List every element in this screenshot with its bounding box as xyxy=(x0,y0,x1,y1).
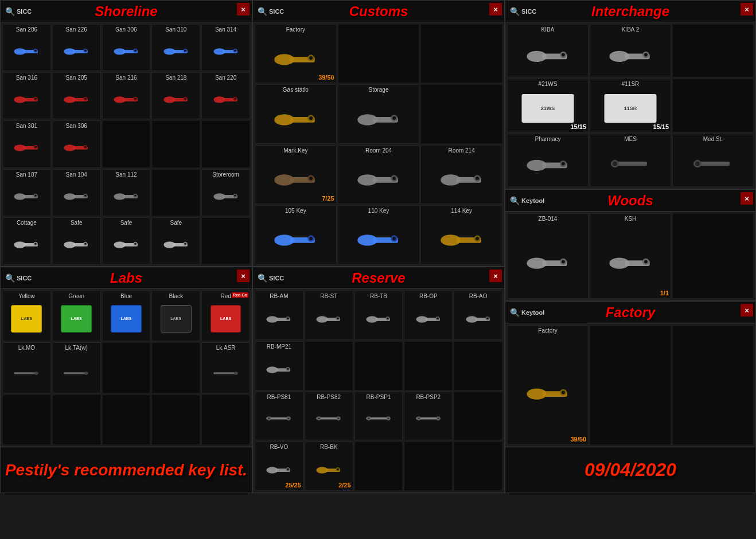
empty-cell xyxy=(454,392,502,441)
empty-cell xyxy=(420,84,502,143)
empty-cell xyxy=(201,120,250,167)
interchange-header: 🔍 SICC Interchange × xyxy=(505,1,755,22)
svg-point-199 xyxy=(337,468,338,470)
interchange-panel: 🔍 SICC Interchange × KIBA KIBA 2 #21WS 2… xyxy=(505,0,756,189)
list-item[interactable]: RB-BK 2/25 xyxy=(305,442,353,491)
labs-close-button[interactable]: × xyxy=(237,270,250,282)
list-item[interactable]: San 220 xyxy=(201,72,250,119)
list-item[interactable]: San 301 xyxy=(2,120,51,167)
list-item[interactable]: RB-AO xyxy=(454,291,502,340)
svg-rect-144 xyxy=(64,372,88,374)
list-item[interactable]: RB-TB xyxy=(354,291,403,340)
list-item[interactable]: RB-AM xyxy=(255,291,303,340)
list-item[interactable]: MES xyxy=(590,134,671,187)
list-item[interactable]: Safe xyxy=(52,217,101,264)
list-item[interactable]: Lk.TA(w) xyxy=(52,342,101,393)
list-item[interactable]: 114 Key xyxy=(420,205,502,264)
factory-close-button[interactable]: × xyxy=(741,304,753,317)
list-item[interactable]: RB-VO 25/25 xyxy=(255,442,303,491)
empty-cell xyxy=(201,395,250,445)
list-item[interactable]: San 306 xyxy=(52,120,101,167)
woods-close-button[interactable]: × xyxy=(741,192,753,205)
woods-header: 🔍 Keytool Woods × xyxy=(505,190,755,212)
svg-point-155 xyxy=(337,317,338,319)
list-item[interactable]: Room 214 xyxy=(420,145,502,204)
list-item[interactable]: Room 204 xyxy=(338,145,420,204)
list-item[interactable]: 105 Key xyxy=(255,205,337,264)
list-item[interactable]: San 226 xyxy=(52,24,101,71)
search-icon: 🔍 xyxy=(258,7,267,16)
svg-point-99 xyxy=(392,177,396,180)
interchange-close-button[interactable]: × xyxy=(741,3,753,15)
svg-point-27 xyxy=(84,98,86,100)
list-item[interactable]: RB-MP21 xyxy=(255,341,303,390)
svg-point-71 xyxy=(84,243,86,244)
list-item[interactable]: Factory 39/50 xyxy=(507,325,589,445)
list-item[interactable]: Factory 39/50 xyxy=(255,24,337,83)
list-item[interactable]: RB-ST xyxy=(305,291,353,340)
list-item[interactable]: Safe xyxy=(102,217,151,264)
reserve-close-button[interactable]: × xyxy=(489,270,502,282)
svg-point-137 xyxy=(562,260,565,263)
list-item[interactable]: San 206 xyxy=(2,24,51,71)
list-item[interactable]: Red LABS Red Go xyxy=(201,291,250,341)
svg-point-79 xyxy=(184,243,186,244)
svg-point-181 xyxy=(338,417,340,419)
reserve-header: 🔍 SICC Reserve × xyxy=(253,267,504,289)
list-item[interactable]: Lk.MO xyxy=(2,342,51,393)
svg-point-7 xyxy=(84,50,86,52)
svg-point-83 xyxy=(310,56,313,60)
svg-point-115 xyxy=(476,237,479,240)
list-item[interactable]: RB-OP xyxy=(404,291,453,340)
shoreline-close-button[interactable]: × xyxy=(237,3,250,15)
svg-point-43 xyxy=(35,146,37,148)
list-item[interactable]: San 216 xyxy=(102,72,151,119)
list-item[interactable]: San 112 xyxy=(102,169,151,216)
shoreline-header: 🔍 SICC Shoreline × xyxy=(1,1,252,22)
svg-rect-142 xyxy=(14,372,38,374)
svg-point-174 xyxy=(268,417,270,419)
list-item[interactable]: San 316 xyxy=(2,72,51,119)
list-item[interactable]: San 218 xyxy=(151,72,200,119)
list-item[interactable]: Safe xyxy=(151,217,200,264)
list-item[interactable]: KIBA 2 xyxy=(590,24,671,77)
svg-point-130 xyxy=(613,162,617,166)
labs-container-type: SICC xyxy=(17,275,32,282)
list-item[interactable]: Blue LABS xyxy=(102,291,151,341)
list-item[interactable]: San 205 xyxy=(52,72,101,119)
list-item[interactable]: KSH 1/1 xyxy=(590,213,671,299)
list-item[interactable]: RB-PS82 xyxy=(305,392,353,441)
list-item[interactable]: RB-PSP2 xyxy=(404,392,453,441)
list-item[interactable]: Cottage xyxy=(2,217,51,264)
list-item[interactable]: Black LABS xyxy=(151,291,200,341)
svg-rect-146 xyxy=(213,372,237,374)
list-item[interactable]: RB-PSP1 xyxy=(354,392,403,441)
list-item[interactable]: Lk.ASR xyxy=(201,342,250,393)
svg-point-87 xyxy=(310,116,313,120)
list-item[interactable]: San 310 xyxy=(151,24,200,71)
shoreline-title: Shoreline xyxy=(95,3,157,19)
list-item[interactable]: Yellow LABS xyxy=(2,291,51,341)
list-item[interactable]: 110 Key xyxy=(338,205,420,264)
list-item[interactable]: #11SR 11SR 15/15 xyxy=(590,79,671,132)
list-item[interactable]: KIBA xyxy=(507,24,589,77)
list-item[interactable]: San 314 xyxy=(201,24,250,71)
svg-point-63 xyxy=(234,194,236,196)
list-item[interactable]: Mark.Key 7/25 xyxy=(255,145,337,204)
list-item[interactable]: Storage xyxy=(338,84,420,143)
factory-container-type: Keytool xyxy=(521,309,544,316)
list-item[interactable]: ZB-014 xyxy=(507,213,589,299)
list-item[interactable]: Pharmacy xyxy=(507,134,589,187)
list-item[interactable]: RB-PS81 xyxy=(255,392,303,441)
customs-close-button[interactable]: × xyxy=(489,3,502,15)
list-item[interactable]: San 107 xyxy=(2,169,51,216)
list-item[interactable]: Green LABS xyxy=(52,291,101,341)
list-item[interactable]: San 104 xyxy=(52,169,101,216)
list-item[interactable]: Med.St. xyxy=(672,134,754,187)
reserve-panel: 🔍 SICC Reserve × RB-AM RB-ST RB-TB RB-OP… xyxy=(252,267,505,493)
list-item[interactable]: #21WS 21WS 15/15 xyxy=(507,79,589,132)
list-item[interactable]: Gas statio xyxy=(255,84,337,143)
list-item[interactable]: San 306 xyxy=(102,24,151,71)
empty-cell xyxy=(454,442,502,491)
list-item[interactable]: Storeroom xyxy=(201,169,250,216)
